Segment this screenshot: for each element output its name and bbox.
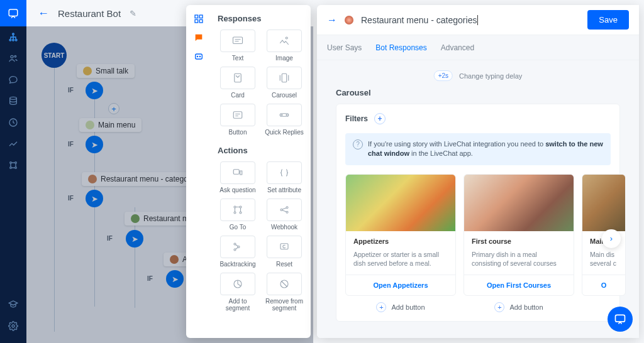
tile-add-segment[interactable]: Add to segment — [218, 273, 258, 312]
interaction-title[interactable]: Restaurant menu - categories — [361, 15, 478, 25]
nav-settings-icon[interactable] — [0, 315, 26, 337]
tile-set-attribute[interactable]: Set attribute — [264, 161, 304, 193]
delay-label: Change typing delay — [459, 72, 522, 80]
tile-quick-replies[interactable]: Quick Replies — [264, 104, 304, 136]
node-expand-button[interactable]: ➤ — [86, 82, 103, 99]
node-small-talk[interactable]: Small talk — [77, 64, 135, 78]
nav-users-icon[interactable] — [0, 48, 26, 69]
svg-rect-14 — [195, 15, 198, 18]
actions-heading: Actions — [218, 146, 304, 155]
tile-backtracking[interactable]: Backtracking — [218, 236, 258, 268]
tile-carousel[interactable]: Carousel — [264, 67, 304, 99]
editor-header: → Restaurant menu - categories Save — [317, 5, 639, 35]
svg-rect-21 — [233, 37, 243, 44]
save-button[interactable]: Save — [587, 10, 629, 30]
tile-webhook[interactable]: Webhook — [264, 199, 304, 231]
if-badge: IF — [107, 235, 113, 242]
if-badge: IF — [68, 141, 74, 148]
svg-point-22 — [286, 37, 287, 39]
typing-delay-control[interactable]: +2s Change typing delay — [434, 70, 523, 81]
card-action-button[interactable]: Open First Courses — [464, 275, 574, 295]
card-action-button[interactable]: O — [582, 275, 625, 295]
svg-rect-16 — [195, 19, 198, 23]
nav-history-icon[interactable] — [0, 112, 26, 133]
node-expand-button[interactable]: ➤ — [166, 270, 184, 288]
svg-point-36 — [286, 211, 288, 213]
app-logo[interactable] — [0, 0, 26, 26]
svg-point-4 — [15, 39, 17, 41]
tile-image[interactable]: Image — [264, 30, 304, 62]
svg-point-20 — [199, 56, 200, 57]
if-badge: IF — [68, 87, 74, 94]
tile-remove-segment[interactable]: Remove from segment — [264, 273, 304, 312]
svg-point-32 — [234, 212, 236, 214]
node-expand-button[interactable]: ➤ — [126, 230, 143, 248]
tab-user-says[interactable]: User Says — [327, 43, 362, 52]
emoji-icon — [131, 214, 140, 223]
tile-goto[interactable]: Go To — [218, 199, 258, 231]
node-expand-button[interactable]: ➤ — [86, 136, 103, 153]
svg-rect-0 — [9, 9, 18, 16]
svg-point-6 — [14, 55, 16, 57]
nav-integrations-icon[interactable] — [0, 155, 26, 176]
svg-rect-18 — [196, 54, 203, 59]
tile-reset[interactable]: Reset — [264, 236, 304, 268]
svg-rect-25 — [233, 112, 242, 119]
tile-text[interactable]: Text — [218, 30, 258, 62]
tab-advanced[interactable]: Advanced — [441, 43, 474, 52]
carousel-card[interactable]: First coursePrimary dish in a meal consi… — [464, 174, 574, 296]
filters-row: Filters + — [345, 113, 611, 124]
nav-analytics-icon[interactable] — [0, 133, 26, 155]
edit-title-icon[interactable]: ✎ — [130, 9, 136, 18]
svg-point-28 — [286, 114, 287, 116]
tile-button[interactable]: Button — [218, 104, 258, 136]
add-card-button[interactable]: +Add button — [464, 302, 574, 312]
svg-point-11 — [10, 167, 12, 169]
add-filter-button[interactable]: + — [374, 113, 386, 124]
node-expand-button[interactable]: ➤ — [86, 190, 103, 207]
emoji-icon — [83, 67, 92, 75]
add-branch-button[interactable]: + — [108, 103, 119, 114]
if-badge: IF — [147, 275, 153, 282]
bot-icon[interactable] — [194, 52, 204, 62]
carousel-next-button[interactable]: › — [602, 229, 621, 248]
back-arrow-icon[interactable]: ← — [38, 7, 49, 20]
collapse-arrow-icon[interactable]: → — [327, 14, 337, 26]
info-banner: ? If you're using story with LiveChat in… — [345, 133, 611, 165]
nav-structure-icon[interactable] — [0, 26, 26, 48]
grid-icon[interactable] — [194, 14, 204, 24]
svg-point-19 — [197, 56, 197, 57]
svg-point-1 — [13, 33, 14, 35]
svg-rect-43 — [616, 315, 625, 322]
emoji-icon — [345, 16, 353, 24]
delay-badge: +2s — [434, 70, 453, 81]
svg-rect-24 — [282, 74, 287, 82]
tile-ask-question[interactable]: Ask question — [218, 161, 258, 193]
nav-learn-icon[interactable] — [0, 294, 26, 315]
chat-icon[interactable] — [194, 33, 204, 43]
svg-point-33 — [240, 212, 242, 214]
svg-rect-29 — [233, 170, 239, 175]
add-card-button[interactable]: +Add button — [345, 302, 456, 312]
tile-card[interactable]: Card — [218, 67, 258, 99]
svg-point-10 — [15, 162, 17, 164]
chat-fab[interactable] — [608, 307, 633, 332]
filters-label: Filters — [345, 114, 368, 123]
node-main-menu[interactable]: Main menu — [79, 118, 142, 132]
nav-chat-icon[interactable] — [0, 69, 26, 90]
card-action-button[interactable]: Open Appetizers — [346, 275, 455, 295]
emoji-icon — [86, 121, 94, 129]
emoji-icon — [88, 175, 97, 183]
nav-database-icon[interactable] — [0, 90, 26, 112]
tab-bot-responses[interactable]: Bot Responses — [375, 43, 426, 52]
help-icon: ? — [353, 139, 363, 150]
svg-point-35 — [286, 207, 288, 209]
svg-point-9 — [10, 162, 12, 164]
responses-palette: Responses Text Image Card Carousel Butto… — [186, 5, 311, 338]
svg-point-31 — [240, 206, 242, 208]
start-node[interactable]: START — [42, 43, 67, 68]
emoji-icon — [170, 255, 179, 264]
svg-rect-17 — [199, 19, 203, 23]
carousel-card[interactable]: AppetizersAppetizer or starter is a smal… — [345, 174, 456, 296]
svg-point-30 — [234, 206, 236, 208]
